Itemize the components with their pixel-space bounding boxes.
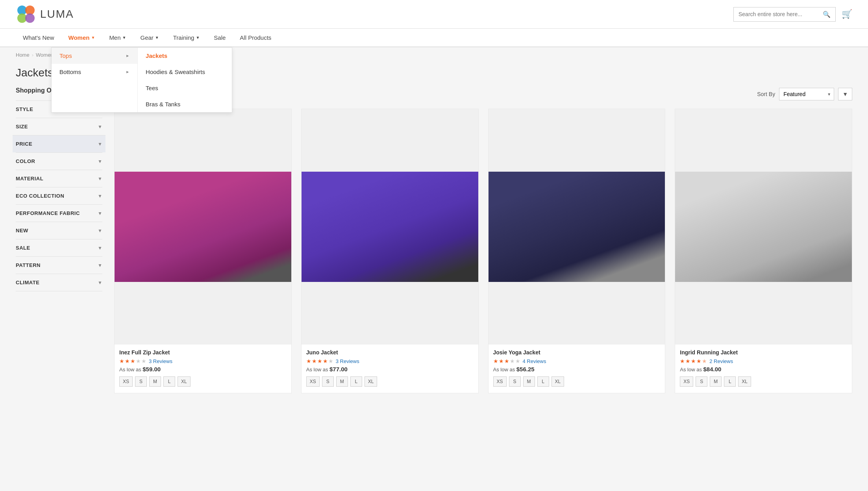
climate-chevron-icon: ▼: [98, 280, 102, 285]
nav-item-gear[interactable]: Gear ▼: [133, 29, 166, 46]
stars-juno: ★ ★ ★ ★ ★: [306, 358, 333, 364]
reviews-link-inez[interactable]: 3 Reviews: [149, 358, 172, 364]
star5: ★: [702, 358, 707, 364]
filter-color[interactable]: COLOR ▼: [16, 152, 102, 170]
product-price-ingrid: As low as $84.00: [675, 366, 852, 372]
size-xs-inez[interactable]: XS: [119, 376, 133, 387]
product-price-josie: As low as $56.25: [489, 366, 665, 372]
size-options-inez: XS S M L XL: [115, 376, 291, 387]
sale-chevron-icon: ▼: [98, 245, 102, 251]
filter-sale[interactable]: SALE ▼: [16, 239, 102, 256]
search-input[interactable]: [738, 11, 823, 17]
filter-pattern[interactable]: PATTERN ▼: [16, 256, 102, 274]
dropdown-tees[interactable]: Tees: [138, 80, 232, 96]
filter-performance-fabric[interactable]: PERFORMANCE FABRIC ▼: [16, 204, 102, 222]
reviews-link-juno[interactable]: 3 Reviews: [336, 358, 359, 364]
product-price-inez: As low as $59.00: [115, 366, 291, 372]
size-l-ingrid[interactable]: L: [724, 376, 736, 387]
nav-wrapper: What's New Women ▼ Men ▼ Gear ▼ Training…: [0, 29, 868, 47]
size-s-ingrid[interactable]: S: [696, 376, 707, 387]
main-nav: What's New Women ▼ Men ▼ Gear ▼ Training…: [0, 29, 868, 47]
search-bar[interactable]: 🔍: [733, 7, 836, 22]
size-l-inez[interactable]: L: [163, 376, 175, 387]
dropdown-bras-tanks[interactable]: Bras & Tanks: [138, 96, 232, 112]
size-xl-inez[interactable]: XL: [178, 376, 191, 387]
star3: ★: [691, 358, 696, 364]
size-xl-josie[interactable]: XL: [552, 376, 564, 387]
filter-new[interactable]: NEW ▼: [16, 222, 102, 239]
size-s-inez[interactable]: S: [135, 376, 147, 387]
product-card-josie[interactable]: Josie Yoga Jacket ★ ★ ★ ★ ★ 4 Reviews As…: [488, 109, 666, 393]
size-s-josie[interactable]: S: [509, 376, 521, 387]
nav-item-women[interactable]: Women ▼: [61, 29, 102, 46]
product-card-juno[interactable]: Juno Jacket ★ ★ ★ ★ ★ 3 Reviews As low a…: [301, 109, 479, 393]
product-card-ingrid[interactable]: Ingrid Running Jacket ★ ★ ★ ★ ★ 2 Review…: [675, 109, 852, 393]
cart-icon[interactable]: 🛒: [842, 9, 852, 19]
filter-size[interactable]: SIZE ▼: [16, 118, 102, 135]
filter-price[interactable]: PRICE ▼: [13, 135, 105, 152]
size-options-juno: XS S M L XL: [302, 376, 478, 387]
size-m-ingrid[interactable]: M: [710, 376, 722, 387]
dropdown-bottoms[interactable]: Bottoms ►: [52, 64, 137, 80]
women-chevron-icon: ▼: [91, 35, 95, 40]
sidebar: Shopping Options STYLE ▼ SIZE ▼ PRICE ▼ …: [16, 87, 102, 393]
nav-item-training[interactable]: Training ▼: [166, 29, 207, 46]
nav-item-sale[interactable]: Sale: [207, 29, 233, 46]
product-name-josie: Josie Yoga Jacket: [489, 349, 665, 356]
product-name-inez: Inez Full Zip Jacket: [115, 349, 291, 356]
star2: ★: [499, 358, 504, 364]
size-xs-juno[interactable]: XS: [306, 376, 320, 387]
nav-item-all-products[interactable]: All Products: [233, 29, 278, 46]
header: LUMA 🔍 🛒: [0, 0, 868, 29]
color-chevron-icon: ▼: [98, 159, 102, 164]
star3: ★: [504, 358, 509, 364]
stars-ingrid: ★ ★ ★ ★ ★: [680, 358, 707, 364]
dropdown-overlay: Tops ► Bottoms ► Jackets Hoodies & Sweat…: [0, 47, 868, 113]
product-rating-ingrid: ★ ★ ★ ★ ★ 2 Reviews: [675, 358, 852, 364]
tops-arrow-icon: ►: [126, 54, 130, 58]
star1: ★: [493, 358, 498, 364]
product-image-juno: [302, 109, 478, 345]
filter-eco-collection[interactable]: ECO COLLECTION ▼: [16, 187, 102, 204]
gear-chevron-icon: ▼: [155, 35, 159, 40]
dropdown-hoodies[interactable]: Hoodies & Sweatshirts: [138, 64, 232, 80]
nav-item-whats-new[interactable]: What's New: [16, 29, 61, 46]
size-l-josie[interactable]: L: [537, 376, 549, 387]
product-rating-juno: ★ ★ ★ ★ ★ 3 Reviews: [302, 358, 478, 364]
dropdown-container: Tops ► Bottoms ► Jackets Hoodies & Sweat…: [51, 47, 232, 113]
star2: ★: [685, 358, 690, 364]
product-image-josie: [489, 109, 665, 345]
material-chevron-icon: ▼: [98, 176, 102, 182]
product-image-placeholder-josie: [489, 172, 665, 282]
filter-material[interactable]: MATERIAL ▼: [16, 170, 102, 187]
reviews-link-josie[interactable]: 4 Reviews: [523, 358, 546, 364]
size-l-juno[interactable]: L: [350, 376, 362, 387]
training-chevron-icon: ▼: [196, 35, 200, 40]
product-card-inez[interactable]: Inez Full Zip Jacket ★ ★ ★ ★ ★ 3 Reviews…: [114, 109, 292, 393]
dropdown-col2: Jackets Hoodies & Sweatshirts Tees Bras …: [138, 48, 232, 112]
product-name-ingrid: Ingrid Running Jacket: [675, 349, 852, 356]
price-value-ingrid: $84.00: [703, 366, 722, 372]
size-xs-ingrid[interactable]: XS: [680, 376, 693, 387]
size-m-inez[interactable]: M: [149, 376, 161, 387]
product-image-placeholder-inez: [115, 172, 291, 282]
nav-item-men[interactable]: Men ▼: [102, 29, 133, 46]
star2: ★: [312, 358, 317, 364]
search-icon[interactable]: 🔍: [823, 11, 831, 18]
size-xs-josie[interactable]: XS: [493, 376, 507, 387]
logo[interactable]: LUMA: [16, 4, 74, 24]
size-xl-ingrid[interactable]: XL: [738, 376, 751, 387]
star3: ★: [130, 358, 135, 364]
dropdown-jackets[interactable]: Jackets: [138, 48, 232, 64]
size-m-josie[interactable]: M: [523, 376, 535, 387]
size-xl-juno[interactable]: XL: [365, 376, 378, 387]
filter-climate[interactable]: CLIMATE ▼: [16, 274, 102, 291]
dropdown-tops[interactable]: Tops ►: [52, 48, 137, 64]
product-image-inez: [115, 109, 291, 345]
size-m-juno[interactable]: M: [336, 376, 348, 387]
product-image-placeholder-ingrid: [675, 172, 852, 282]
reviews-link-ingrid[interactable]: 2 Reviews: [709, 358, 733, 364]
new-chevron-icon: ▼: [98, 228, 102, 233]
star4: ★: [323, 358, 328, 364]
size-s-juno[interactable]: S: [322, 376, 334, 387]
